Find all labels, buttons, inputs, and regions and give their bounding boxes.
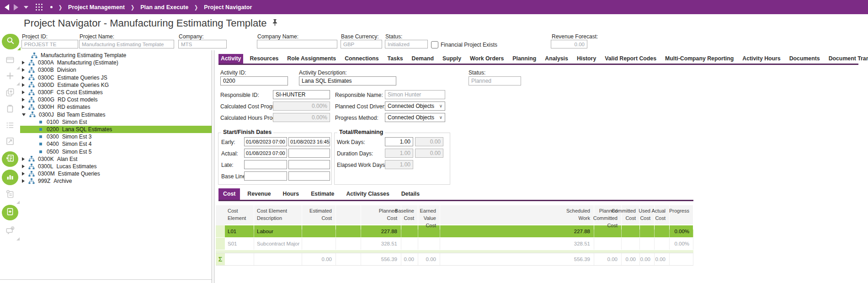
expand-arrow-icon[interactable] (22, 172, 25, 176)
sidebar-open-arrow-button[interactable] (2, 134, 18, 150)
history-dropdown-icon[interactable] (24, 6, 28, 9)
forward-icon[interactable] (14, 4, 18, 11)
subtab-activity-classes[interactable]: Activity Classes (341, 188, 394, 200)
responsible-id-field[interactable]: SI-HUNTER (273, 90, 330, 99)
tab-valid-report-codes[interactable]: Valid Report Codes (602, 54, 659, 64)
breadcrumb-plan-and-execute[interactable]: Plan and Execute (140, 4, 188, 11)
tab-document-transmittals[interactable]: Document Transmittals (826, 54, 868, 64)
activity-status-field[interactable]: Planned (469, 76, 521, 85)
tree-item-0300C[interactable]: 0300CEstimate Queries JS (20, 74, 212, 81)
status-header-field[interactable]: Initialized (385, 40, 428, 48)
early-start-field[interactable]: 01/08/2023 07:00 (244, 137, 287, 146)
tree-item-root[interactable]: Manufacturing Estimating Template (20, 52, 212, 59)
sidebar-card-button[interactable] (2, 53, 18, 69)
tree-item-0300B[interactable]: 0300BDivision (20, 66, 212, 74)
early-finish-field[interactable]: 01/08/2023 16:45 (288, 137, 330, 146)
tab-activity-hours[interactable]: Activity Hours (740, 54, 783, 64)
work-days-total-field[interactable]: 1.00 (385, 137, 413, 146)
tab-activity[interactable]: Activity (218, 54, 243, 64)
panel-splitter[interactable] (212, 50, 214, 283)
tree-item-0300K[interactable]: 0300KAlan Est (20, 155, 212, 163)
actual-start-field[interactable]: 01/08/2023 07:00 (244, 149, 287, 158)
subtab-estimate[interactable]: Estimate (306, 188, 339, 200)
expand-arrow-icon[interactable] (22, 76, 25, 80)
tab-analysis[interactable]: Analysis (543, 54, 570, 64)
tab-demand[interactable]: Demand (410, 54, 437, 64)
progress-method-select[interactable]: Connected Objects∨ (385, 113, 445, 122)
base-currency-field[interactable]: GBP (341, 40, 382, 48)
tab-resources[interactable]: Resources (247, 54, 281, 64)
tree-item-0300A[interactable]: 0300AManufacturing (Estimate) (20, 59, 212, 66)
tab-tasks[interactable]: Tasks (385, 54, 405, 64)
activity-id-field[interactable]: 0200 (220, 76, 288, 85)
sidebar-clipboard-button[interactable] (2, 102, 18, 117)
subtab-hours[interactable]: Hours (278, 188, 304, 200)
company-name-field[interactable] (257, 40, 337, 48)
tree-item-0400[interactable]: 0400Simon Est 4 (20, 140, 212, 148)
pin-icon[interactable] (272, 19, 278, 28)
cost-row-L01[interactable]: L01Labour227.88227.880.00% (216, 225, 693, 238)
expand-arrow-icon[interactable] (22, 91, 25, 94)
sidebar-document-info-button[interactable] (2, 187, 18, 203)
sidebar-document-add-button[interactable] (2, 205, 18, 220)
responsible-name-field[interactable]: Simon Hunter (385, 90, 445, 99)
breadcrumb-project-management[interactable]: Project Management (68, 4, 125, 11)
project-name-field[interactable]: Manufacturing Estimating Template (79, 40, 174, 48)
tab-documents[interactable]: Documents (787, 54, 822, 64)
expand-arrow-icon[interactable] (22, 165, 25, 168)
tree-item-0300D[interactable]: 0300DEstimate Queries KG (20, 81, 212, 89)
expand-arrow-icon[interactable] (22, 157, 25, 161)
late-start-field[interactable] (244, 160, 287, 169)
tab-history[interactable]: History (575, 54, 598, 64)
subtab-details[interactable]: Details (397, 188, 424, 200)
expand-arrow-icon[interactable] (22, 179, 25, 183)
tree-item-0100[interactable]: 0100Simon Est (20, 118, 212, 126)
financial-project-exists-checkbox[interactable] (431, 41, 438, 48)
subtab-revenue[interactable]: Revenue (243, 188, 275, 200)
expand-arrow-icon[interactable] (22, 68, 25, 72)
sidebar-search-button[interactable] (2, 34, 19, 49)
tree-item-999Z[interactable]: 999ZArchive (20, 177, 212, 185)
base-line-start-field[interactable] (244, 171, 287, 181)
tab-planning[interactable]: Planning (510, 54, 538, 64)
back-icon[interactable] (5, 4, 9, 11)
project-id-field[interactable]: PROJEST TE (21, 40, 78, 48)
tab-work-orders[interactable]: Work Orders (468, 54, 506, 64)
revenue-forecast-field[interactable]: 0.00 (551, 40, 587, 48)
tab-multi-company-reporting[interactable]: Multi-Company Reporting (663, 54, 736, 64)
company-field[interactable]: MTS (178, 40, 227, 48)
expand-arrow-icon[interactable] (22, 83, 25, 87)
tree-item-0300J[interactable]: 0300JBid Team Estimates (20, 111, 212, 118)
sidebar-copy-add-button[interactable] (2, 85, 18, 101)
org-node-icon (28, 178, 35, 184)
late-finish-field[interactable] (288, 160, 330, 169)
tab-role-assignments[interactable]: Role Assignments (285, 54, 338, 64)
tree-item-0300M[interactable]: 0300MEstimate Queries (20, 170, 212, 177)
subtab-cost[interactable]: Cost (218, 188, 240, 200)
tree-item-0200[interactable]: 0200Lana SQL Estimates (20, 126, 212, 133)
breadcrumb-project-navigator[interactable]: Project Navigator (204, 4, 252, 11)
expand-arrow-icon[interactable] (22, 98, 25, 101)
tree-item-0300G[interactable]: 0300GRD Cost models (20, 96, 212, 103)
actual-finish-field[interactable] (288, 149, 330, 158)
tree-item-0300H[interactable]: 0300HRD estimates (20, 103, 212, 111)
tree-item-0300[interactable]: 0300Simon Est 3 (20, 133, 212, 140)
expand-arrow-icon[interactable] (22, 105, 25, 109)
collapse-arrow-icon[interactable] (22, 113, 26, 116)
sidebar-plus-button[interactable] (2, 69, 18, 85)
sidebar-comment-add-button[interactable] (2, 224, 18, 240)
base-line-finish-field[interactable] (288, 171, 330, 181)
planned-cost-driver-select[interactable]: Connected Objects∨ (385, 101, 445, 111)
sidebar-notes-list-button[interactable] (2, 151, 18, 167)
cost-row-S01[interactable]: S01Subcontract Major328.51328.510.00% (216, 238, 693, 250)
sidebar-bar-chart-button[interactable] (2, 170, 18, 185)
tree-item-0300F[interactable]: 0300FCS Cost Estimates (20, 89, 212, 96)
activity-description-field[interactable]: Lana SQL Estimates (299, 76, 396, 85)
expand-arrow-icon[interactable] (22, 61, 25, 64)
tab-connections[interactable]: Connections (342, 54, 381, 64)
tree-item-0500[interactable]: 0500Simon Est 5 (20, 148, 212, 155)
app-grid-icon[interactable] (36, 4, 43, 11)
sidebar-list-button[interactable] (2, 118, 18, 134)
tree-item-0300L[interactable]: 0300LLucas Estimates (20, 163, 212, 170)
tab-supply[interactable]: Supply (440, 54, 463, 64)
